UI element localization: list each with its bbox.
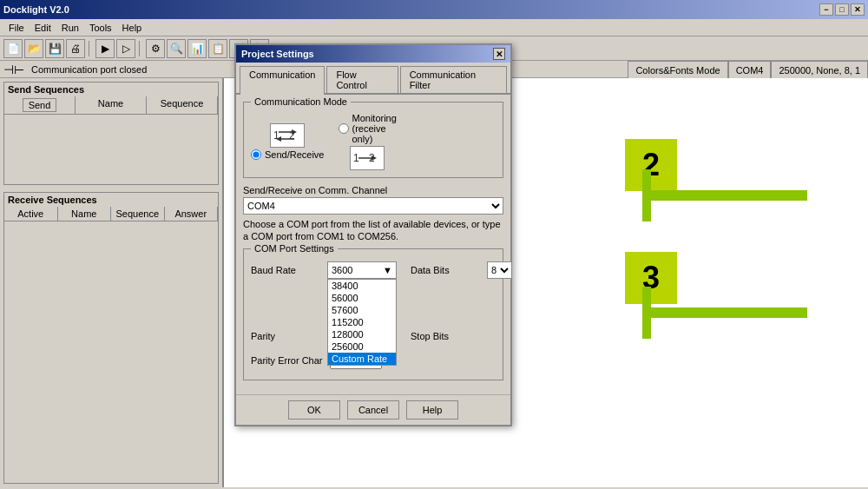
sep2 xyxy=(139,41,142,56)
baud-dropdown-arrow: ▼ xyxy=(383,265,392,275)
dialog-close-btn[interactable]: ✕ xyxy=(493,48,505,60)
dialog-tabs: Communication Flow Control Communication… xyxy=(236,63,510,95)
svg-text:2: 2 xyxy=(289,129,295,142)
close-btn[interactable]: ✕ xyxy=(851,3,865,16)
monitoring-icon: 1 2 xyxy=(350,146,385,170)
comm-icon: ⊣⊢ xyxy=(3,63,24,76)
project-settings-dialog: Project Settings ✕ Communication Flow Co… xyxy=(234,43,512,426)
save-btn[interactable]: 💾 xyxy=(45,39,64,58)
send-col-sequence: Sequence xyxy=(147,96,218,114)
baud-rate-row: Baud Rate 3600 ▼ 38400 56000 57600 11520… xyxy=(251,261,496,279)
tab-flow-control[interactable]: Flow Control xyxy=(326,66,398,93)
baud-option-38400[interactable]: 38400 xyxy=(328,280,396,292)
comm-mode-options: 1 2 Send/Receive xyxy=(251,113,496,170)
receive-sequences-panel: Receive Sequences Active Name Sequence A… xyxy=(3,192,219,484)
send-receive-radio[interactable] xyxy=(251,149,261,160)
send-button[interactable]: Send xyxy=(23,98,57,112)
monitoring-radio-row: Monitoring(receiveonly) xyxy=(339,113,397,144)
dialog-footer: OK Cancel Help xyxy=(236,394,510,425)
receive-sequences-title: Receive Sequences xyxy=(4,193,218,207)
play2-btn[interactable]: ▷ xyxy=(116,39,135,58)
print-btn[interactable]: 🖨 xyxy=(66,39,85,58)
help-button[interactable]: Help xyxy=(406,400,458,420)
baud-rate-container: 3600 ▼ 38400 56000 57600 115200 128000 2… xyxy=(327,261,397,279)
new-btn[interactable]: 📄 xyxy=(3,39,23,58)
ok-button[interactable]: OK xyxy=(288,400,340,420)
data-bits-label: Data Bits xyxy=(411,265,480,275)
title-bar: Docklight V2.0 − □ ✕ xyxy=(0,0,868,19)
svg-text:1: 1 xyxy=(353,152,359,164)
menu-tools[interactable]: Tools xyxy=(84,21,117,35)
baud-option-custom[interactable]: Custom Rate xyxy=(328,353,396,365)
status-bar-right: Colors&Fonts Mode COM4 250000, None, 8, … xyxy=(628,61,868,80)
com-port-fields: Baud Rate 3600 ▼ 38400 56000 57600 11520… xyxy=(251,256,496,369)
dialog-titlebar: Project Settings ✕ xyxy=(236,45,510,63)
tool2[interactable]: 🔍 xyxy=(167,39,186,58)
receive-col-name: Name xyxy=(58,207,112,221)
com-port-group: COM Port Settings Baud Rate 3600 ▼ 38400… xyxy=(243,248,503,380)
open-btn[interactable]: 📂 xyxy=(24,39,43,58)
receive-col-answer: Answer xyxy=(165,207,219,221)
annotation-3: 3 xyxy=(625,252,677,304)
dialog-content: Communication Mode 1 2 xyxy=(236,95,510,394)
channel-select[interactable]: COM4 xyxy=(243,197,503,215)
send-sequences-title: Send Sequences xyxy=(4,83,218,96)
tab-comm-filter[interactable]: Communication Filter xyxy=(400,66,507,93)
svg-text:1: 1 xyxy=(273,129,279,142)
tool3[interactable]: 📊 xyxy=(187,39,207,58)
send-receive-radio-row: Send/Receive xyxy=(251,149,325,160)
receive-col-active: Active xyxy=(4,207,58,221)
menu-bar: File Edit Run Tools Help xyxy=(0,19,868,36)
send-col-name: Name xyxy=(76,96,147,114)
baud-option-56000[interactable]: 56000 xyxy=(328,292,396,304)
parity-error-label: Parity Error Char xyxy=(251,355,323,366)
receive-table-body xyxy=(4,221,218,326)
parity-label: Parity xyxy=(251,331,320,341)
send-receive-label: Send/Receive xyxy=(265,149,325,160)
port-settings-status: 250000, None, 8, 1 xyxy=(771,61,868,80)
menu-help[interactable]: Help xyxy=(117,21,148,35)
status-text: Communication port closed xyxy=(31,64,147,75)
play-btn[interactable]: ▶ xyxy=(95,39,115,58)
dialog-title: Project Settings xyxy=(241,49,314,59)
baud-option-57600[interactable]: 57600 xyxy=(328,304,396,316)
data-bits-select[interactable]: 8 xyxy=(487,261,512,279)
send-table-header: Send Name Sequence xyxy=(4,96,218,115)
comm-mode-group: Communication Mode 1 2 xyxy=(243,102,503,178)
app-title: Docklight V2.0 xyxy=(3,4,69,15)
maximize-btn[interactable]: □ xyxy=(835,3,849,16)
monitoring-option: Monitoring(receiveonly) 1 2 xyxy=(339,113,397,170)
cancel-button[interactable]: Cancel xyxy=(347,400,399,420)
baud-option-115200[interactable]: 115200 xyxy=(328,316,396,328)
baud-option-128000[interactable]: 128000 xyxy=(328,328,396,340)
baud-rate-value: 3600 xyxy=(332,265,352,275)
tool1[interactable]: ⚙ xyxy=(146,39,165,58)
receive-table-header: Active Name Sequence Answer xyxy=(4,207,218,221)
minimize-btn[interactable]: − xyxy=(819,3,833,16)
receive-col-sequence: Sequence xyxy=(111,207,165,221)
tool4[interactable]: 📋 xyxy=(208,39,227,58)
com-port-title: COM Port Settings xyxy=(251,243,338,254)
channel-hint: Choose a COM port from the list of avail… xyxy=(243,218,503,243)
baud-option-256000[interactable]: 256000 xyxy=(328,340,396,353)
baud-rate-display[interactable]: 3600 ▼ xyxy=(327,261,397,279)
comm-mode-title: Communication Mode xyxy=(251,96,351,107)
menu-edit[interactable]: Edit xyxy=(30,21,56,35)
colors-fonts-mode: Colors&Fonts Mode xyxy=(628,61,727,80)
tab-communication[interactable]: Communication xyxy=(240,66,325,95)
send-col-send: Send xyxy=(4,96,76,114)
stop-bits-label: Stop Bits xyxy=(411,331,449,341)
channel-label: Send/Receive on Comm. Channel xyxy=(243,185,503,195)
sep1 xyxy=(89,41,92,56)
menu-file[interactable]: File xyxy=(3,21,30,35)
annotation-2: 2 xyxy=(625,139,677,191)
monitoring-label: Monitoring(receiveonly) xyxy=(352,113,397,144)
send-table-body xyxy=(4,115,218,184)
send-receive-icon: 1 2 xyxy=(270,123,305,148)
send-receive-option: 1 2 Send/Receive xyxy=(251,123,325,160)
com-port-status: COM4 xyxy=(728,61,772,80)
menu-run[interactable]: Run xyxy=(56,21,84,35)
send-sequences-panel: Send Sequences Send Name Sequence xyxy=(3,82,219,185)
baud-rate-label: Baud Rate xyxy=(251,265,320,275)
monitoring-radio[interactable] xyxy=(339,123,349,134)
